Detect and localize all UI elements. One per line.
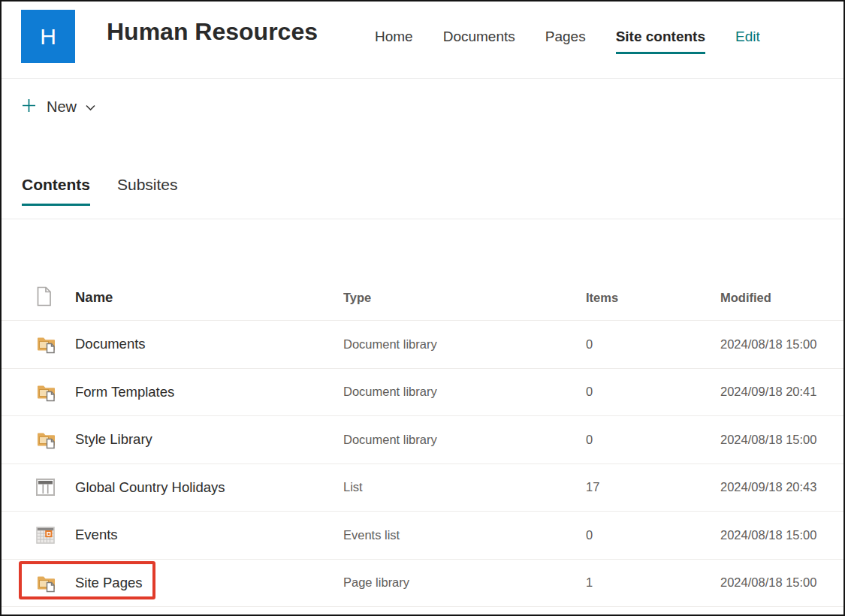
row-items: 17 [586,480,720,494]
row-type: Document library [343,433,586,447]
table-row[interactable]: Events Events list 0 2024/08/18 15:00 [2,512,843,560]
page-library-icon [36,573,57,593]
row-name[interactable]: Style Library [75,431,343,448]
row-type: Events list [343,528,586,542]
top-nav: HomeDocumentsPagesSite contentsEdit [375,29,760,54]
row-type: List [343,480,586,494]
row-name[interactable]: Documents [75,336,343,352]
contents-table: Name Type Items Modified Documents Docum… [2,275,843,607]
row-modified: 2024/08/18 15:00 [720,528,821,542]
table-row[interactable]: Style Library Document library 0 2024/08… [2,416,843,464]
page-icon [36,286,52,310]
row-items: 1 [586,575,720,590]
document-library-icon [36,334,57,354]
command-bar: New [22,93,95,120]
site-logo-letter: H [40,24,56,50]
content-tabs: Contents Subsites [22,176,178,206]
nav-item-edit[interactable]: Edit [735,29,760,52]
table-header: Name Type Items Modified [2,275,843,321]
new-button-label: New [47,98,77,116]
table-row[interactable]: Form Templates Document library 0 2024/0… [2,369,843,417]
site-title: Human Resources [107,18,318,46]
row-modified: 2024/09/18 20:41 [720,385,821,399]
row-name[interactable]: Form Templates [75,384,343,400]
row-type: Document library [343,385,586,399]
column-header-name[interactable]: Name [75,289,343,306]
plus-icon [22,98,36,115]
row-name[interactable]: Events [75,527,343,543]
new-button[interactable]: New [22,93,95,120]
column-header-modified[interactable]: Modified [720,291,821,305]
row-modified: 2024/09/18 20:43 [720,480,821,494]
document-library-icon [36,382,57,402]
nav-item-home[interactable]: Home [375,29,413,52]
row-modified: 2024/08/18 15:00 [720,575,821,590]
nav-item-pages[interactable]: Pages [545,29,586,52]
table-row[interactable]: Global Country Holidays List 17 2024/09/… [2,464,843,512]
row-modified: 2024/08/18 15:00 [720,433,821,447]
row-items: 0 [586,528,720,542]
row-items: 0 [586,337,720,352]
column-header-items[interactable]: Items [586,291,720,305]
contents-table-body: Documents Document library 0 2024/08/18 … [2,321,843,607]
events-icon [36,527,55,544]
row-items: 0 [586,433,720,447]
site-logo[interactable]: H [21,10,75,63]
site-header: H Human Resources HomeDocumentsPagesSite… [2,2,843,79]
nav-item-documents[interactable]: Documents [443,29,515,52]
row-name[interactable]: Global Country Holidays [75,479,343,496]
chevron-down-icon [86,102,95,113]
row-type: Document library [343,337,586,352]
tabs-divider [2,219,843,219]
row-items: 0 [586,385,720,399]
table-row[interactable]: Site Pages Page library 1 2024/08/18 15:… [2,560,843,608]
row-modified: 2024/08/18 15:00 [720,337,821,352]
table-row[interactable]: Documents Document library 0 2024/08/18 … [2,321,843,369]
tab-contents[interactable]: Contents [22,176,90,206]
row-type: Page library [343,575,586,590]
nav-item-site-contents[interactable]: Site contents [616,29,705,54]
tab-subsites[interactable]: Subsites [117,176,178,206]
row-name[interactable]: Site Pages [75,575,343,591]
document-library-icon [36,430,57,449]
list-icon [36,479,55,496]
column-header-type[interactable]: Type [343,291,586,305]
